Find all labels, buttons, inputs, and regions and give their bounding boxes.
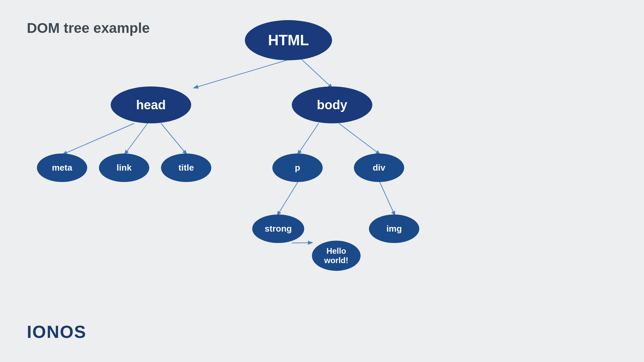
svg-line-5 [298, 123, 319, 154]
node-strong: strong [252, 215, 304, 243]
node-link: link [99, 154, 149, 182]
svg-line-4 [161, 123, 186, 154]
svg-line-1 [302, 60, 332, 88]
node-title: title [161, 154, 211, 182]
svg-line-6 [339, 123, 380, 154]
node-meta: meta [37, 154, 87, 182]
svg-line-3 [125, 123, 148, 154]
node-div: div [354, 154, 404, 182]
page-title: DOM tree example [27, 20, 150, 36]
node-head: head [111, 86, 191, 123]
node-p: p [272, 154, 323, 182]
svg-line-2 [63, 123, 134, 154]
node-body: body [292, 86, 372, 123]
node-html: HTML [245, 20, 332, 60]
node-hello-world: Hello world! [312, 241, 361, 271]
svg-line-7 [277, 182, 298, 215]
ionos-logo: IONOS [27, 322, 87, 342]
svg-line-9 [292, 243, 312, 243]
svg-line-0 [194, 60, 288, 88]
node-img: img [369, 215, 419, 243]
svg-line-8 [380, 182, 395, 215]
